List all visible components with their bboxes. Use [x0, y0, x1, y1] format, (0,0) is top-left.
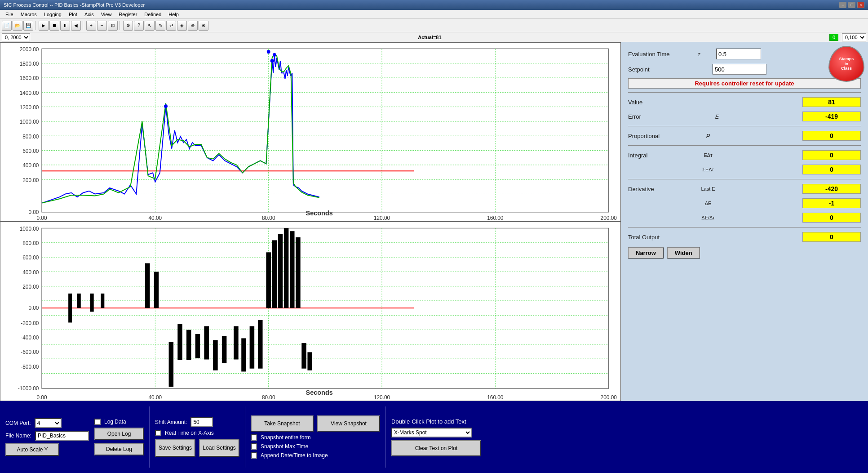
svg-text:-400.00: -400.00	[21, 335, 39, 341]
integral-display1: 0	[802, 150, 861, 160]
svg-text:1600.00: 1600.00	[20, 75, 39, 81]
toolbar-cursor[interactable]: ↖	[145, 21, 155, 31]
derivative-row1: Derivative Last E -420	[628, 183, 861, 195]
menu-axis[interactable]: Axis	[81, 11, 97, 18]
load-settings-button[interactable]: Load Settings	[199, 439, 239, 457]
value-row: Value 81	[628, 96, 861, 108]
setpoint-label: Setpoint	[628, 66, 682, 73]
snapshot-max-row: ■ Snapshot Max Time	[251, 443, 380, 450]
real-time-checkbox[interactable]: ■	[155, 430, 161, 436]
snapshot-max-checkbox[interactable]: ■	[251, 443, 257, 450]
save-settings-button[interactable]: Save Settings	[155, 439, 195, 457]
append-datetime-checkbox[interactable]: ■	[251, 452, 257, 459]
charts-area: 2000.00 1800.00 1600.00 1400.00 1200.00 …	[0, 42, 621, 401]
menu-macros[interactable]: Macros	[17, 11, 40, 18]
toolbar-run[interactable]: ▶	[39, 21, 49, 31]
com-port-row: COM Port: 4	[5, 418, 89, 428]
menu-defined[interactable]: Defined	[141, 11, 165, 18]
svg-text:2000.00: 2000.00	[20, 46, 39, 53]
integral-sym2: ΣEΔτ	[695, 167, 722, 172]
menu-view[interactable]: View	[97, 11, 115, 18]
file-name-input[interactable]	[35, 431, 89, 441]
menu-logging[interactable]: Logging	[40, 11, 65, 18]
toolbar-extra4[interactable]: ⊕	[188, 21, 198, 31]
toolbar-extra1[interactable]: ✎	[155, 21, 165, 31]
narrow-button[interactable]: Narrow	[628, 247, 664, 259]
widen-button[interactable]: Widen	[667, 247, 700, 259]
toolbar-settings[interactable]: ⚙	[123, 21, 133, 31]
toolbar-back[interactable]: ◀	[71, 21, 81, 31]
toolbar-zoom-in[interactable]: +	[86, 21, 96, 31]
toolbar-save[interactable]: 💾	[23, 21, 33, 31]
toolbar-extra2[interactable]: ⇄	[166, 21, 176, 31]
menu-file[interactable]: File	[2, 11, 17, 18]
maximize-button[interactable]: □	[848, 2, 855, 8]
toolbar-help[interactable]: ?	[134, 21, 144, 31]
shift-amount-input[interactable]	[190, 417, 213, 427]
svg-text:120.00: 120.00	[374, 394, 390, 401]
take-snapshot-button[interactable]: Take Snapshot	[251, 415, 314, 432]
log-section: ■ Log Data Open Log Delete Log	[94, 405, 144, 469]
toolbar-pause[interactable]: ⏸	[60, 21, 70, 31]
address-select[interactable]: 0, 2000	[2, 33, 30, 41]
toolbar-fit[interactable]: ⊡	[108, 21, 118, 31]
shift-amount-label: Shift Amount:	[155, 419, 187, 425]
main-layout: 2000.00 1800.00 1600.00 1400.00 1200.00 …	[0, 42, 868, 401]
text-section: Double-Click Plot to add Text X-Marks Sp…	[391, 405, 481, 469]
toolbar-zoom-out[interactable]: −	[97, 21, 107, 31]
setpoint-input[interactable]	[713, 64, 766, 75]
svg-text:40.00: 40.00	[149, 394, 162, 401]
view-snapshot-button[interactable]: View Snapshot	[317, 415, 380, 432]
svg-text:600.00: 600.00	[22, 148, 39, 154]
toolbar-extra5[interactable]: ⊗	[199, 21, 208, 31]
actual-value: Actual=81	[418, 35, 441, 40]
toolbar-new[interactable]: 📄	[2, 21, 12, 31]
clear-text-button[interactable]: Clear Text on Plot	[391, 440, 481, 456]
toolbar-extra3[interactable]: ◈	[177, 21, 187, 31]
svg-rect-64	[186, 330, 191, 360]
svg-rect-67	[213, 340, 218, 370]
svg-rect-78	[296, 237, 301, 308]
menu-register[interactable]: Register	[115, 11, 141, 18]
total-output-display: 0	[802, 232, 861, 242]
minimize-button[interactable]: −	[839, 2, 846, 8]
evaluation-time-input[interactable]	[716, 49, 761, 59]
toolbar-sep3	[120, 21, 121, 30]
deriv-sym3: ΔE/Δτ	[695, 215, 722, 220]
svg-point-20	[267, 50, 270, 54]
range-select[interactable]: 0,100	[842, 33, 866, 41]
log-data-checkbox[interactable]: ■	[94, 419, 101, 425]
menu-plot[interactable]: Plot	[65, 11, 81, 18]
svg-text:1000.00: 1000.00	[20, 226, 39, 232]
bottom-chart[interactable]: 1000.00 800.00 600.00 400.00 200.00 0.00…	[0, 222, 621, 401]
delete-log-button[interactable]: Delete Log	[94, 443, 144, 455]
integral-row1: Integral EΔτ 0	[628, 149, 861, 161]
svg-text:Seconds: Seconds	[306, 209, 333, 216]
total-output-row: Total Output 0	[628, 231, 861, 243]
svg-text:120.00: 120.00	[374, 215, 390, 221]
x-marks-select[interactable]: X-Marks Spot	[391, 428, 472, 437]
toolbar-stop[interactable]: ⏹	[49, 21, 59, 31]
snapshot-entire-row: ■ Snapshot entire form	[251, 434, 380, 441]
snapshot-entire-checkbox[interactable]: ■	[251, 434, 257, 441]
derivative-display3: 0	[802, 213, 861, 223]
derivative-display1: -420	[802, 184, 861, 194]
logo-line3: Class	[839, 66, 854, 71]
open-log-button[interactable]: Open Log	[94, 428, 144, 440]
svg-rect-65	[195, 334, 200, 358]
svg-text:1200.00: 1200.00	[20, 104, 39, 111]
com-port-select[interactable]: 4	[35, 418, 62, 428]
svg-rect-58	[90, 294, 94, 312]
menu-help[interactable]: Help	[165, 11, 182, 18]
svg-point-17	[164, 104, 168, 108]
close-button[interactable]: ×	[857, 2, 864, 8]
svg-rect-69	[234, 326, 239, 359]
auto-scale-y-button[interactable]: Auto Scale Y	[5, 443, 59, 456]
divider3	[628, 145, 861, 146]
delete-log-row: Delete Log	[94, 443, 144, 455]
toolbar-open[interactable]: 📂	[13, 21, 22, 31]
top-chart[interactable]: 2000.00 1800.00 1600.00 1400.00 1200.00 …	[0, 42, 621, 222]
error-symbol: E	[704, 113, 731, 120]
integral-display2: 0	[802, 165, 861, 174]
right-panel: Stamps in Class Evaluation Time τ Setpoi…	[621, 42, 868, 401]
